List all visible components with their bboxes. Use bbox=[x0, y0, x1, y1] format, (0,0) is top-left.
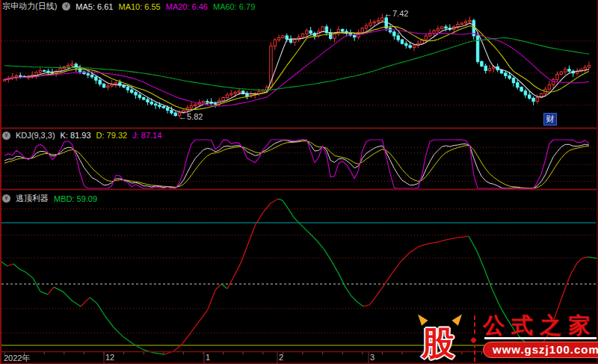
site-url: www.gszj100.com bbox=[483, 342, 598, 358]
collapse-icon[interactable]: ∨ bbox=[62, 2, 70, 10]
high-price-annotation: ←7.42 bbox=[384, 9, 408, 18]
collapse-icon[interactable]: ∨ bbox=[2, 132, 10, 140]
low-price-annotation: ←5.82 bbox=[179, 112, 203, 121]
finance-badge[interactable]: 财 bbox=[543, 113, 557, 126]
site-watermark: 股 ◆ 公式之家 www.gszj100.com bbox=[416, 314, 598, 363]
axis-label-year: 2022年 bbox=[4, 353, 30, 364]
ma5-value: MA5: 6.61 bbox=[75, 2, 113, 11]
custom-indicator-header: ∨ 逃顶利器 MBD: 59.09 bbox=[2, 193, 97, 204]
kdj-k-value: K: 81.93 bbox=[61, 131, 91, 140]
kdj-title: KDJ(9,3,3) bbox=[16, 131, 55, 140]
mbd-value: MBD: 59.09 bbox=[54, 194, 97, 203]
logo-character: 股 bbox=[422, 321, 454, 364]
kdj-panel-header: ∨ KDJ(9,3,3) K: 81.93 D: 79.32 J: 87.14 bbox=[2, 131, 161, 140]
collapse-icon[interactable]: ∨ bbox=[2, 194, 10, 203]
axis-label-mar: 3 bbox=[370, 353, 374, 362]
watermark-divider: ◆ bbox=[474, 315, 475, 362]
site-name: 公式之家 bbox=[483, 314, 597, 336]
axis-label-dec: 12 bbox=[105, 353, 114, 362]
main-panel-header: 宗申动力(日线) ∨ MA5: 6.61 MA10: 6.55 MA20: 6.… bbox=[2, 1, 255, 12]
site-name-underline bbox=[484, 337, 597, 339]
axis-label-jan: 1 bbox=[206, 353, 210, 362]
stock-app-window: 宗申动力(日线) ∨ MA5: 6.61 MA10: 6.55 MA20: 6.… bbox=[0, 0, 598, 364]
axis-label-feb: 2 bbox=[279, 353, 283, 362]
kdj-d-value: D: 79.32 bbox=[96, 131, 128, 140]
ma20-value: MA20: 6.46 bbox=[166, 2, 208, 11]
kdj-j-value: J: 87.14 bbox=[132, 131, 161, 140]
watermark-text-block: 公式之家 www.gszj100.com bbox=[483, 314, 598, 358]
ma60-value: MA60: 6.79 bbox=[213, 2, 255, 11]
bull-logo-icon: 股 bbox=[416, 314, 471, 363]
custom-indicator-title: 逃顶利器 bbox=[16, 193, 49, 204]
diamond-icon: ◆ bbox=[470, 335, 476, 345]
stock-title: 宗申动力(日线) bbox=[2, 1, 57, 12]
chart-canvas bbox=[0, 0, 598, 364]
ma10-value: MA10: 6.55 bbox=[118, 2, 160, 11]
